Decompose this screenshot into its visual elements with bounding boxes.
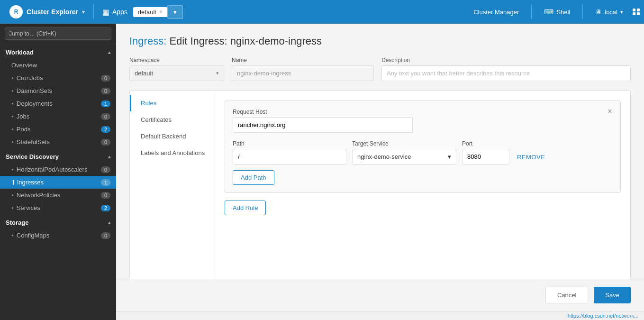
tab-labels-annotations[interactable]: Labels and Annotations: [130, 145, 215, 161]
service-discovery-section: Service Discovery ▴ ●HorizontalPodAutosc…: [0, 148, 116, 214]
namespace-label: Namespace: [129, 57, 224, 64]
namespace-chevron-icon: ▾: [216, 70, 219, 76]
title-suffix: Edit Ingress: nginx-demo-ingress: [169, 35, 322, 47]
tab-default-backend[interactable]: Default Backend: [130, 128, 215, 145]
storage-section-label: Storage: [6, 219, 28, 226]
nav-divider-1: [93, 5, 94, 19]
brand-logo-area[interactable]: R Cluster Explorer ▾: [4, 5, 91, 18]
add-path-button[interactable]: Add Path: [233, 170, 274, 185]
shell-label: Shell: [556, 9, 570, 16]
sidebar-item-jobs[interactable]: ●Jobs 0: [0, 110, 116, 123]
workload-collapse-chevron[interactable]: ▴: [108, 50, 110, 55]
port-label: Port: [462, 140, 509, 147]
service-discovery-section-header[interactable]: Service Discovery ▴: [0, 148, 116, 163]
rule-close-button[interactable]: ×: [604, 106, 616, 117]
sidebar-item-daemonsets[interactable]: ●DaemonSets 0: [0, 84, 116, 97]
target-service-field: Target Service nginx-demo-service ▾: [352, 140, 456, 165]
top-navigation: R Cluster Explorer ▾ ▦ Apps default × ▾ …: [0, 0, 644, 24]
request-host-field: Request Host: [233, 109, 613, 133]
tab-rules[interactable]: Rules: [130, 95, 215, 111]
default-tag[interactable]: default ×: [133, 7, 167, 17]
brand-dropdown-chevron[interactable]: ▾: [82, 9, 85, 15]
tab-certificates[interactable]: Certificates: [130, 111, 215, 128]
request-host-input[interactable]: [233, 117, 413, 133]
cancel-button[interactable]: Cancel: [545, 287, 588, 303]
sidebar-item-ingresses[interactable]: ▐Ingresses 1: [0, 176, 116, 189]
pods-badge: 2: [101, 126, 110, 133]
workload-section-label: Workload: [6, 49, 34, 56]
hpa-label: HorizontalPodAutoscalers: [17, 166, 88, 173]
path-row: Path Target Service nginx-demo-service ▾: [233, 140, 613, 165]
apps-nav-button[interactable]: ▦ Apps: [97, 5, 133, 19]
service-discovery-chevron[interactable]: ▴: [108, 154, 110, 159]
target-service-select[interactable]: nginx-demo-service ▾: [352, 149, 456, 165]
sidebar-item-pods[interactable]: ●Pods 2: [0, 123, 116, 136]
sidebar-item-networkpolicies[interactable]: ●NetworkPolicies 0: [0, 189, 116, 201]
grid-icon[interactable]: [633, 9, 640, 15]
workload-section: Workload ▴ Overview ●CronJobs 0 ●DaemonS…: [0, 44, 116, 148]
deployments-badge: 1: [101, 101, 110, 107]
nav-right-area: Cluster Manager ⌨ Shell 🖥 local ▾: [468, 5, 640, 19]
namespace-select[interactable]: default ▾: [129, 65, 224, 81]
sidebar-item-configmaps[interactable]: ●ConfigMaps 0: [0, 229, 116, 242]
close-tag-icon[interactable]: ×: [159, 9, 163, 15]
main-layout: Workload ▴ Overview ●CronJobs 0 ●DaemonS…: [0, 24, 644, 320]
daemonsets-badge: 0: [101, 88, 110, 94]
storage-section-header[interactable]: Storage ▴: [0, 214, 116, 229]
shell-button[interactable]: ⌨ Shell: [538, 5, 576, 18]
sidebar-item-cronjobs[interactable]: ●CronJobs 0: [0, 72, 116, 84]
port-field: Port: [462, 140, 509, 165]
description-input[interactable]: [381, 65, 631, 81]
local-cluster-button[interactable]: 🖥 local ▾: [590, 5, 629, 18]
configmaps-badge: 0: [101, 232, 110, 239]
pods-label: Pods: [17, 126, 31, 133]
title-prefix: Ingress:: [129, 35, 166, 47]
nav-divider-3: [582, 5, 583, 19]
name-label: Name: [232, 57, 374, 64]
brand-icon: R: [9, 5, 23, 18]
networkpolicies-label: NetworkPolicies: [17, 192, 60, 199]
rule-card: × Request Host Path Target Service: [225, 101, 621, 193]
tab-default-backend-label: Default Backend: [141, 133, 186, 140]
sidebar-search-area[interactable]: [0, 24, 116, 44]
description-label: Description: [381, 57, 631, 64]
monitor-icon: 🖥: [595, 8, 602, 16]
add-rule-button[interactable]: Add Rule: [225, 201, 266, 215]
sidebar-item-overview[interactable]: Overview: [0, 59, 116, 72]
workload-section-header[interactable]: Workload ▴: [0, 44, 116, 59]
footer-actions: Cancel Save: [116, 279, 644, 311]
tab-labels-annotations-label: Labels and Annotations: [141, 149, 205, 156]
tabs-container: Rules Certificates Default Backend Label…: [129, 91, 631, 279]
name-input[interactable]: [232, 65, 374, 81]
storage-chevron[interactable]: ▴: [108, 220, 110, 225]
main-content: Ingress: Edit Ingress: nginx-demo-ingres…: [116, 24, 644, 279]
jump-to-input[interactable]: [5, 27, 111, 40]
rules-tab-content: × Request Host Path Target Service: [215, 91, 630, 279]
page-title: Ingress: Edit Ingress: nginx-demo-ingres…: [129, 35, 631, 47]
daemonsets-label: DaemonSets: [17, 87, 52, 94]
configmaps-label: ConfigMaps: [17, 232, 49, 239]
sidebar-item-hpa[interactable]: ●HorizontalPodAutoscalers 0: [0, 163, 116, 176]
sidebar-item-deployments[interactable]: ●Deployments 1: [0, 97, 116, 110]
statefulsets-label: StatefulSets: [17, 138, 50, 146]
shell-icon: ⌨: [544, 8, 553, 16]
top-form-row: Namespace default ▾ Name Description: [129, 57, 631, 81]
apps-label: Apps: [112, 8, 127, 16]
sidebar-item-services[interactable]: ●Services 2: [0, 201, 116, 214]
save-button[interactable]: Save: [594, 287, 631, 303]
tab-rules-label: Rules: [141, 100, 156, 107]
local-label: local: [605, 9, 617, 16]
cluster-manager-button[interactable]: Cluster Manager: [468, 6, 525, 18]
path-input[interactable]: [233, 149, 346, 165]
jobs-badge: 0: [101, 113, 110, 120]
ingresses-badge: 1: [101, 179, 110, 186]
port-input[interactable]: [462, 149, 509, 165]
namespace-dropdown[interactable]: ▾: [167, 5, 183, 19]
sidebar-item-statefulsets[interactable]: ●StatefulSets 0: [0, 136, 116, 148]
target-service-label: Target Service: [352, 140, 456, 147]
content-wrapper: Ingress: Edit Ingress: nginx-demo-ingres…: [116, 24, 644, 320]
remove-path-button[interactable]: REMOVE: [515, 150, 547, 165]
statefulsets-badge: 0: [101, 139, 110, 146]
name-field: Name: [232, 57, 374, 81]
ingresses-label: Ingresses: [17, 179, 44, 186]
